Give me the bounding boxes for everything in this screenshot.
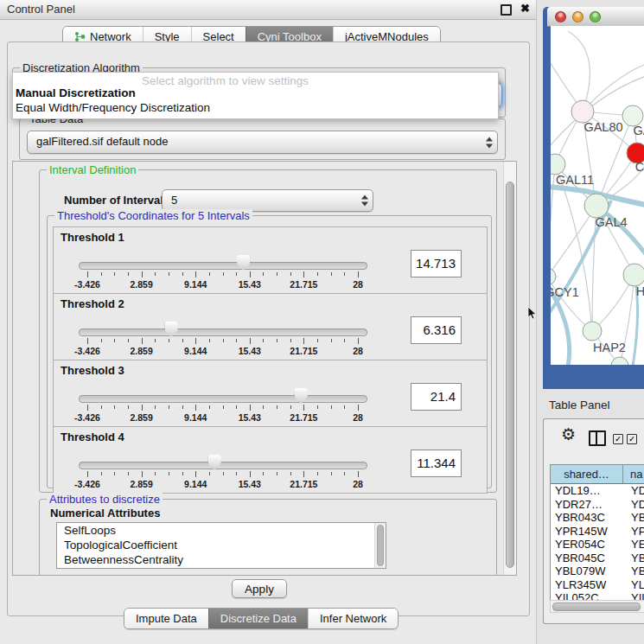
network-node-gcy1[interactable] bbox=[551, 268, 556, 285]
algorithm-option-equal-width-frequency-discretization[interactable]: Equal Width/Frequency Discretization bbox=[16, 101, 495, 114]
slider-tick-label: 28 bbox=[353, 479, 363, 489]
slider-tick bbox=[250, 338, 251, 344]
slider-tick bbox=[358, 471, 359, 477]
threshold-3-value-field[interactable]: 21.4 bbox=[411, 383, 462, 411]
table-data-group: Table Data galFiltered.sif default node bbox=[19, 118, 506, 160]
combo-stepper-icon bbox=[485, 136, 493, 149]
cell-shared-name[interactable]: YPR145W bbox=[551, 525, 627, 539]
slider-tick bbox=[250, 271, 251, 277]
cell-name[interactable]: YBL0 bbox=[627, 564, 644, 578]
table-row[interactable]: YIL052CYIL0 bbox=[551, 591, 644, 600]
cell-shared-name[interactable]: YDL19… bbox=[551, 484, 627, 498]
network-canvas[interactable]: GAL80GACGAL11GAL4GCY1HHAP2 bbox=[551, 26, 644, 365]
table-row[interactable]: YPR145WYPR1 bbox=[551, 525, 644, 539]
slider-tick bbox=[182, 339, 183, 342]
network-node-hap2[interactable] bbox=[583, 322, 602, 341]
slider-tick bbox=[263, 339, 264, 342]
settings-scrollbar[interactable] bbox=[503, 162, 516, 575]
cell-name[interactable]: YBR0 bbox=[627, 552, 644, 565]
slider-tick bbox=[344, 339, 345, 342]
split-columns-icon[interactable] bbox=[589, 430, 606, 446]
checkbox-icon[interactable]: ✓ bbox=[627, 434, 637, 444]
slider-tick bbox=[358, 338, 359, 344]
control-panel-window: Control Panel ✖ NetworkStyleSelectCyni T… bbox=[0, 0, 537, 644]
cell-shared-name[interactable]: YLR345W bbox=[551, 578, 627, 592]
network-graph: GAL80GACGAL11GAL4GCY1HHAP2 bbox=[551, 26, 644, 365]
cell-shared-name[interactable]: YBL079W bbox=[551, 564, 627, 578]
cell-name[interactable]: YDL1 bbox=[627, 484, 644, 498]
attributes-group-label: Attributes to discretize bbox=[47, 493, 163, 506]
table-row[interactable]: YBR043CYBR0 bbox=[551, 511, 644, 525]
network-node-gal4[interactable] bbox=[584, 194, 609, 218]
table-row[interactable]: YER054CYER0 bbox=[551, 538, 644, 552]
cell-name[interactable]: YER0 bbox=[627, 538, 644, 552]
checkbox-icon[interactable]: ✓ bbox=[613, 434, 623, 444]
threshold-4-value-field[interactable]: 11.344 bbox=[411, 450, 462, 477]
tab-infer-network[interactable]: Infer Network bbox=[308, 609, 398, 628]
mac-zoom-button[interactable] bbox=[590, 11, 601, 22]
attribute-item-topologicalcoefficient[interactable]: TopologicalCoefficient bbox=[57, 538, 386, 552]
table-row[interactable]: YBL079WYBL0 bbox=[551, 564, 644, 578]
slider-track[interactable] bbox=[79, 462, 367, 469]
table-hscrollbar[interactable] bbox=[550, 600, 644, 613]
cell-shared-name[interactable]: YBR043C bbox=[551, 511, 627, 525]
panel-title: Control Panel bbox=[7, 3, 75, 16]
slider-tick bbox=[358, 405, 359, 411]
algorithm-option-manual-discretization[interactable]: Manual Discretization bbox=[16, 86, 495, 99]
threshold-1-value-field[interactable]: 14.713 bbox=[411, 250, 462, 277]
slider-tick bbox=[182, 405, 183, 409]
slider-tick bbox=[277, 405, 277, 409]
mac-close-button[interactable] bbox=[555, 11, 566, 22]
close-icon[interactable]: ✖ bbox=[520, 2, 530, 15]
slider-tick bbox=[317, 472, 318, 475]
screen: Control Panel ✖ NetworkStyleSelectCyni T… bbox=[0, 0, 644, 644]
slider-tick bbox=[277, 272, 277, 276]
cell-name[interactable]: YIL0 bbox=[627, 591, 644, 600]
settings-scrollbar-thumb[interactable] bbox=[506, 182, 514, 568]
cell-shared-name[interactable]: YDR27… bbox=[551, 498, 627, 512]
cell-name[interactable]: YDR2 bbox=[627, 498, 644, 512]
table-row[interactable]: YBR045CYBR0 bbox=[551, 552, 644, 565]
slider-track[interactable] bbox=[79, 262, 367, 270]
column-header-name[interactable]: na bbox=[623, 465, 644, 483]
list-scrollbar[interactable] bbox=[374, 523, 386, 568]
threshold-2-value-field[interactable]: 6.316 bbox=[411, 316, 462, 344]
cell-shared-name[interactable]: YIL052C bbox=[551, 591, 627, 600]
cell-shared-name[interactable]: YER054C bbox=[551, 538, 627, 552]
table-data-combobox[interactable]: galFiltered.sif default node bbox=[27, 131, 498, 154]
mouse-cursor bbox=[527, 306, 538, 322]
slider-tick bbox=[169, 339, 169, 342]
list-scrollbar-thumb[interactable] bbox=[377, 525, 384, 566]
float-window-icon[interactable] bbox=[501, 4, 512, 16]
table-row[interactable]: YDL19…YDL1 bbox=[551, 484, 644, 498]
tab-label: Discretize Data bbox=[220, 609, 296, 628]
network-node-h[interactable] bbox=[623, 264, 644, 286]
table-row[interactable]: YDR27…YDR2 bbox=[551, 498, 644, 512]
tab-discretize-data[interactable]: Discretize Data bbox=[208, 609, 308, 628]
slider-tick bbox=[87, 471, 88, 477]
attribute-item-betweennesscentrality[interactable]: BetweennessCentrality bbox=[57, 552, 386, 567]
tab-impute-data[interactable]: Impute Data bbox=[124, 609, 208, 628]
network-node-gal11[interactable] bbox=[551, 154, 565, 175]
table-hscrollbar-thumb[interactable] bbox=[552, 603, 641, 611]
slider-tick-label: -3.426 bbox=[74, 279, 100, 290]
column-header-shared[interactable]: shared… bbox=[551, 465, 623, 483]
cell-name[interactable]: YPR1 bbox=[627, 525, 644, 539]
attribute-item-selfloops[interactable]: SelfLoops bbox=[57, 523, 386, 538]
slider-tick bbox=[114, 472, 115, 475]
table-row[interactable]: YLR345WYLR3 bbox=[551, 578, 644, 592]
mac-minimize-button[interactable] bbox=[572, 11, 583, 22]
slider-track[interactable] bbox=[79, 328, 367, 336]
cell-name[interactable]: YBR0 bbox=[627, 511, 644, 525]
slider-track[interactable] bbox=[79, 395, 367, 403]
gear-icon[interactable]: ⚙ bbox=[561, 426, 576, 443]
apply-button[interactable]: Apply bbox=[232, 579, 287, 598]
slider-tick bbox=[142, 338, 143, 344]
slider-tick bbox=[169, 405, 169, 409]
cell-name[interactable]: YLR3 bbox=[627, 578, 644, 592]
cell-shared-name[interactable]: YBR045C bbox=[551, 552, 627, 565]
slider-tick bbox=[303, 338, 304, 344]
table-panel-title: Table Panel bbox=[549, 399, 610, 411]
slider-tick bbox=[344, 272, 345, 276]
table-header-row: shared… na bbox=[551, 465, 644, 484]
